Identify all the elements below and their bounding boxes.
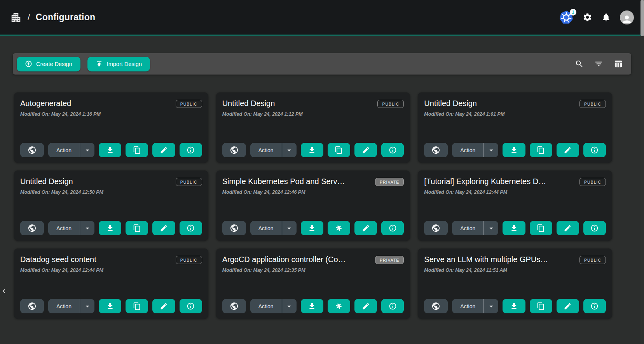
info-button[interactable] [180,221,202,235]
info-button[interactable] [583,143,606,157]
info-icon [187,146,195,154]
action-split-button[interactable]: Action [48,221,94,235]
download-button[interactable] [301,221,323,235]
action-dropdown-toggle[interactable] [483,221,498,235]
action-split-button[interactable]: Action [452,221,498,235]
action-split-button[interactable]: Action [250,143,297,157]
download-button[interactable] [503,299,525,313]
action-button-label[interactable]: Action [48,303,80,309]
info-icon [187,302,195,310]
publish-globe-button[interactable] [222,221,246,235]
publish-globe-button[interactable] [20,221,44,235]
info-icon [590,224,599,232]
download-icon [510,302,518,310]
action-button-label[interactable]: Action [452,303,483,309]
globe-icon [28,146,37,155]
modified-date: Modified On: May 24, 2024 12:50 PM [20,189,202,195]
visibility-badge: PRIVATE [375,178,404,186]
publish-globe-button[interactable] [222,143,246,157]
action-dropdown-toggle[interactable] [282,221,297,235]
building-icon[interactable] [10,12,22,23]
action-split-button[interactable]: Action [452,143,498,157]
action-dropdown-toggle[interactable] [80,299,94,313]
download-button[interactable] [503,221,525,235]
action-dropdown-toggle[interactable] [483,143,498,157]
edit-button[interactable] [354,221,377,235]
info-button[interactable] [180,143,202,157]
edit-button[interactable] [557,221,579,235]
action-button-label[interactable]: Action [452,225,483,231]
download-button[interactable] [503,143,525,157]
action-button-label[interactable]: Action [250,147,282,153]
bell-icon[interactable] [601,12,611,22]
clone-button[interactable] [126,221,148,235]
edit-button[interactable] [152,299,175,313]
info-button[interactable] [583,299,606,313]
publish-globe-button[interactable] [20,143,44,157]
create-design-button[interactable]: Create Design [17,57,80,71]
info-button[interactable] [583,221,606,235]
clone-button[interactable] [328,221,350,235]
action-button-label[interactable]: Action [48,225,80,231]
edit-button[interactable] [354,299,377,313]
publish-globe-button[interactable] [424,299,448,313]
globe-icon [230,302,239,311]
download-button[interactable] [99,221,121,235]
clone-button[interactable] [328,299,350,313]
action-split-button[interactable]: Action [452,299,498,313]
edit-button[interactable] [152,221,175,235]
download-button[interactable] [301,143,323,157]
info-button[interactable] [381,143,404,157]
action-button-label[interactable]: Action [48,147,80,153]
download-button[interactable] [99,299,121,313]
action-dropdown-toggle[interactable] [80,143,94,157]
copy-icon [133,302,141,310]
publish-globe-button[interactable] [222,299,246,313]
clone-button[interactable] [530,299,552,313]
clone-button[interactable] [530,221,552,235]
action-split-button[interactable]: Action [48,143,94,157]
clone-button[interactable] [530,143,552,157]
toolbar-view-controls [575,59,623,68]
import-design-button[interactable]: Import Design [87,57,150,71]
action-split-button[interactable]: Action [48,299,94,313]
download-button[interactable] [301,299,323,313]
edit-button[interactable] [557,299,579,313]
edit-button[interactable] [557,143,579,157]
download-icon [106,146,114,154]
card-actions: Action [424,221,606,235]
clone-button[interactable] [126,143,148,157]
kubernetes-context-button[interactable]: 1 [559,10,574,25]
action-split-button[interactable]: Action [250,299,297,313]
download-button[interactable] [99,143,121,157]
action-dropdown-toggle[interactable] [282,143,297,157]
edit-button[interactable] [152,143,175,157]
action-button-label[interactable]: Action [250,303,282,309]
action-split-button[interactable]: Action [250,221,297,235]
action-button-label[interactable]: Action [452,147,483,153]
user-avatar[interactable] [620,10,634,24]
collapse-drawer-button[interactable] [0,285,8,298]
design-card: Datadog seed content PUBLIC Modified On:… [14,248,208,319]
edit-button[interactable] [354,143,377,157]
publish-globe-button[interactable] [20,299,44,313]
filter-icon[interactable] [594,59,603,68]
gear-icon[interactable] [583,12,592,22]
modified-date: Modified On: May 24, 2024 1:16 PM [20,111,202,117]
publish-globe-button[interactable] [424,221,448,235]
scrollbar-thumb[interactable] [641,0,644,36]
info-button[interactable] [180,299,202,313]
clone-button[interactable] [126,299,148,313]
action-dropdown-toggle[interactable] [483,299,498,313]
action-dropdown-toggle[interactable] [282,299,297,313]
publish-globe-button[interactable] [424,143,448,157]
globe-icon [28,302,37,311]
action-button-label[interactable]: Action [250,225,282,231]
info-button[interactable] [381,221,404,235]
search-icon[interactable] [575,59,584,68]
action-dropdown-toggle[interactable] [80,221,94,235]
table-view-icon[interactable] [614,59,623,68]
info-button[interactable] [381,299,404,313]
clone-button[interactable] [328,143,350,157]
chevron-left-icon [0,287,8,296]
